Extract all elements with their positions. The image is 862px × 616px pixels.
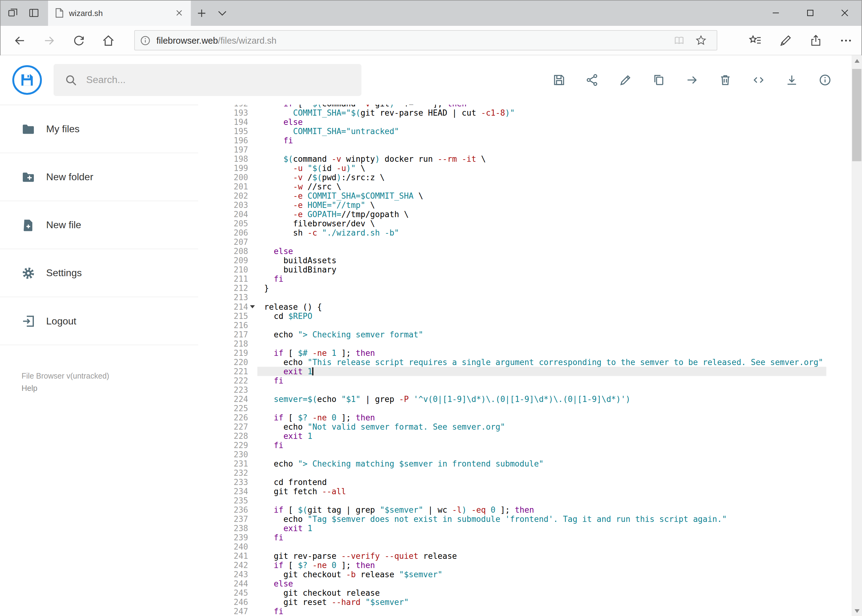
- fold-marker-icon[interactable]: [248, 302, 256, 311]
- download-button[interactable]: [785, 73, 799, 87]
- code-line[interactable]: 233 cd frontend: [198, 478, 826, 487]
- code-line[interactable]: 238 exit 1: [198, 524, 826, 533]
- code-line[interactable]: 197: [198, 145, 826, 154]
- code-line[interactable]: 195 COMMIT_SHA="untracked": [198, 127, 826, 136]
- code-line[interactable]: 206 sh -c "./wizard.sh -b": [198, 228, 826, 237]
- code-line[interactable]: 223: [198, 385, 826, 394]
- sidebar-item-my-files[interactable]: My files: [0, 105, 198, 153]
- code-editor-container[interactable]: 192 if [ "$(command -v git)" != "" ]; th…: [198, 105, 862, 616]
- code-line[interactable]: 240: [198, 542, 826, 552]
- code-line[interactable]: 226 if [ $? -ne 0 ]; then: [198, 413, 826, 422]
- code-line[interactable]: 200 -v /$(pwd):/src:z \: [198, 173, 826, 182]
- address-bar[interactable]: filebrowser.web/files/wizard.sh: [134, 30, 717, 50]
- code-line[interactable]: 237 echo "Tag $semver does not exist in …: [198, 514, 826, 524]
- code-line[interactable]: 203 -e HOME="//tmp" \: [198, 201, 826, 210]
- sidebar-item-new-folder[interactable]: New folder: [0, 153, 198, 201]
- code-line[interactable]: 192 if [ "$(command -v git)" != "" ]; th…: [198, 105, 826, 108]
- scroll-down-icon[interactable]: [851, 605, 862, 616]
- tab-preview-chevron-icon[interactable]: [212, 0, 233, 26]
- settings-more-icon[interactable]: [830, 25, 861, 55]
- code-line[interactable]: 210 buildBinary: [198, 265, 826, 274]
- sidebar-item-new-file[interactable]: New file: [0, 201, 198, 249]
- code-line[interactable]: 216: [198, 321, 826, 330]
- code-line[interactable]: 228 exit 1: [198, 432, 826, 441]
- code-line[interactable]: 224 semver=$(echo "$1" | grep -P '^v(0|[…: [198, 394, 826, 404]
- sidebar-item-logout[interactable]: Logout: [0, 297, 198, 345]
- code-line[interactable]: 205 filebrowser/dev \: [198, 219, 826, 228]
- code-line[interactable]: 232: [198, 468, 826, 478]
- code-line[interactable]: 217 echo "> Checking semver format": [198, 330, 826, 339]
- browser-tab[interactable]: wizard.sh: [48, 0, 191, 26]
- code-line[interactable]: 211 fi: [198, 274, 826, 284]
- code-line[interactable]: 213: [198, 293, 826, 302]
- share-page-icon[interactable]: [801, 25, 830, 55]
- delete-button[interactable]: [719, 73, 732, 87]
- new-tab-button[interactable]: [191, 0, 212, 26]
- code-line[interactable]: 220 echo "This release script requires a…: [198, 358, 826, 367]
- code-line[interactable]: 230: [198, 450, 826, 459]
- code-line[interactable]: 201 -w //src \: [198, 182, 826, 191]
- set-tabs-aside-icon[interactable]: [24, 0, 44, 26]
- code-line[interactable]: 198 $(command -v winpty) docker run --rm…: [198, 154, 826, 163]
- code-line[interactable]: 247 fi: [198, 607, 826, 616]
- reading-view-icon[interactable]: [673, 34, 686, 46]
- code-line[interactable]: 239 fi: [198, 533, 826, 542]
- web-notes-pen-icon[interactable]: [770, 25, 801, 55]
- code-line[interactable]: 236 if [ $(git tag | grep "$semver" | wc…: [198, 505, 826, 514]
- search-bar[interactable]: [54, 64, 361, 96]
- code-line[interactable]: 246 git reset --hard "$semver": [198, 597, 826, 607]
- filebrowser-logo[interactable]: [12, 65, 42, 95]
- code-line[interactable]: 194 else: [198, 118, 826, 127]
- code-line[interactable]: 218: [198, 339, 826, 349]
- code-editor[interactable]: 192 if [ "$(command -v git)" != "" ]; th…: [198, 105, 826, 616]
- code-line[interactable]: 221 exit 1: [198, 367, 826, 376]
- maximize-button[interactable]: [793, 0, 827, 26]
- move-button[interactable]: [686, 73, 699, 87]
- tabs-set-aside-icon[interactable]: [2, 0, 24, 26]
- code-line[interactable]: 234 git fetch --all: [198, 487, 826, 496]
- sidebar-item-settings[interactable]: Settings: [0, 249, 198, 297]
- save-button[interactable]: [552, 73, 566, 87]
- scroll-up-icon[interactable]: [851, 55, 862, 66]
- code-line[interactable]: 209 buildAssets: [198, 256, 826, 265]
- code-line[interactable]: 244 else: [198, 579, 826, 588]
- copy-button[interactable]: [652, 73, 666, 87]
- back-button[interactable]: [5, 25, 35, 55]
- code-line[interactable]: 219 if [ $# -ne 1 ]; then: [198, 349, 826, 358]
- code-line[interactable]: 202 -e COMMIT_SHA=$COMMIT_SHA \: [198, 191, 826, 201]
- site-info-icon[interactable]: [140, 35, 151, 46]
- code-line[interactable]: 196 fi: [198, 136, 826, 145]
- code-line[interactable]: 215 cd $REPO: [198, 311, 826, 321]
- info-button[interactable]: [818, 73, 832, 87]
- code-line[interactable]: 231 echo "> Checking matching $semver in…: [198, 459, 826, 468]
- code-line[interactable]: 212}: [198, 284, 826, 293]
- code-line[interactable]: 199 -u "$(id -u)" \: [198, 163, 826, 173]
- forward-button[interactable]: [35, 25, 64, 55]
- close-button[interactable]: [827, 0, 862, 26]
- code-line[interactable]: 241 git rev-parse --verify --quiet relea…: [198, 552, 826, 561]
- code-view-button[interactable]: [752, 73, 765, 87]
- code-line[interactable]: 225: [198, 404, 826, 413]
- code-line[interactable]: 193 COMMIT_SHA="$(git rev-parse HEAD | c…: [198, 108, 826, 118]
- home-button[interactable]: [93, 25, 123, 55]
- favorite-star-icon[interactable]: [695, 35, 707, 46]
- code-line[interactable]: 229 fi: [198, 441, 826, 450]
- search-input[interactable]: [85, 74, 361, 86]
- scrollbar-thumb[interactable]: [852, 69, 861, 161]
- code-line[interactable]: 204 -e GOPATH=//tmp/gopath \: [198, 210, 826, 219]
- code-line[interactable]: 222 fi: [198, 376, 826, 385]
- code-line[interactable]: 214release () {: [198, 302, 826, 311]
- help-link[interactable]: Help: [22, 382, 198, 394]
- minimize-button[interactable]: [759, 0, 793, 26]
- code-line[interactable]: 235: [198, 496, 826, 505]
- code-line[interactable]: 208 else: [198, 247, 826, 256]
- share-button[interactable]: [586, 73, 599, 87]
- code-line[interactable]: 243 git checkout -b release "$semver": [198, 570, 826, 579]
- code-line[interactable]: 242 if [ $? -ne 0 ]; then: [198, 561, 826, 570]
- page-scrollbar[interactable]: [851, 55, 862, 616]
- refresh-button[interactable]: [64, 25, 93, 55]
- tab-close-icon[interactable]: [172, 6, 186, 20]
- code-line[interactable]: 245 git checkout release: [198, 588, 826, 597]
- favorites-hub-icon[interactable]: [740, 25, 770, 55]
- edit-button[interactable]: [619, 73, 632, 87]
